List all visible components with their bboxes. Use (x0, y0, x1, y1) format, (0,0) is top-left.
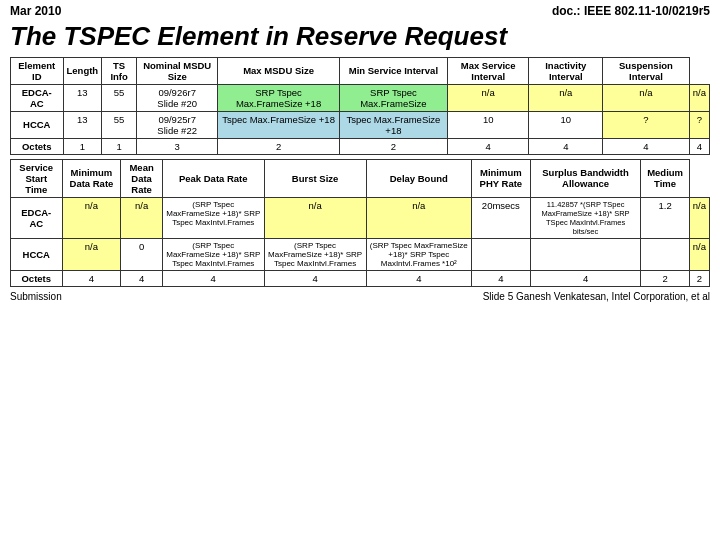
col-header: Mean Data Rate (121, 159, 162, 197)
table-row: HCCA n/a 0 (SRP Tspec MaxFrameSize +18)*… (11, 238, 710, 270)
col-header: Length (63, 57, 102, 84)
col-header: TS Info (102, 57, 137, 84)
col-header: Suspension Interval (603, 57, 690, 84)
col-header: Element ID (11, 57, 64, 84)
col-header: Medium Time (641, 159, 689, 197)
table1: Element ID Length TS Info Nominal MSDU S… (10, 57, 710, 155)
col-header: Burst Size (264, 159, 366, 197)
header-left: Mar 2010 (10, 4, 61, 18)
header-right: doc.: IEEE 802.11-10/0219r5 (552, 4, 710, 18)
table-row: Octets 4 4 4 4 4 4 4 2 2 (11, 270, 710, 286)
table-row: Octets 1 1 3 2 2 4 4 4 4 (11, 138, 710, 154)
col-header: Min Service Interval (339, 57, 447, 84)
footer-right: Slide 5 Ganesh Venkatesan, Intel Corpora… (483, 291, 710, 302)
col-header: Peak Data Rate (162, 159, 264, 197)
table-row: HCCA 13 55 09/925r7Slide #22 Tspec Max.F… (11, 111, 710, 138)
col-header: Inactivity Interval (529, 57, 603, 84)
footer-left: Submission (10, 291, 62, 302)
col-header: Minimum Data Rate (62, 159, 121, 197)
col-header: Minimum PHY Rate (472, 159, 531, 197)
table-row: EDCA-AC n/a n/a (SRP Tspec MaxFrameSize … (11, 197, 710, 238)
col-header: Nominal MSDU Size (137, 57, 218, 84)
col-header: Delay Bound (366, 159, 472, 197)
page-title: The TSPEC Element in Reserve Request (0, 20, 720, 57)
col-header: Service Start Time (11, 159, 63, 197)
col-header: Max Service Interval (448, 57, 529, 84)
col-header: Max MSDU Size (218, 57, 339, 84)
col-header: Surplus Bandwidth Allowance (530, 159, 641, 197)
table2: Service Start Time Minimum Data Rate Mea… (10, 159, 710, 287)
table-row: EDCA-AC 13 55 09/926r7Slide #20 SRP Tspe… (11, 84, 710, 111)
